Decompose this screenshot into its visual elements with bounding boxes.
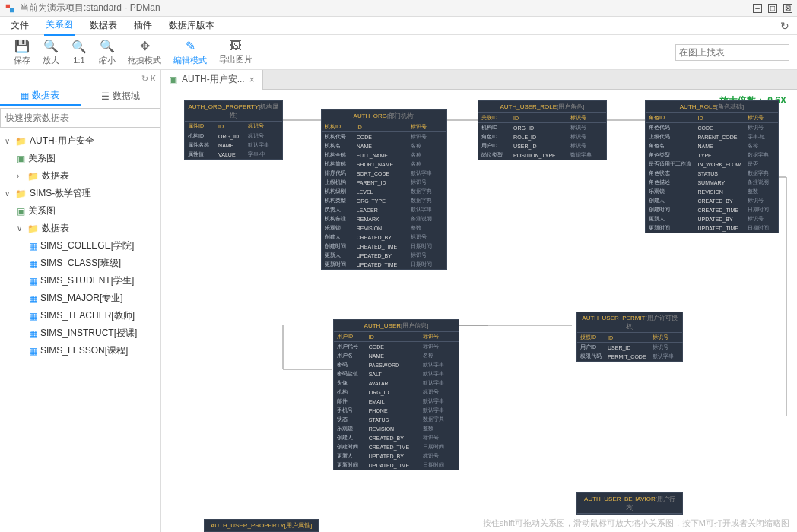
diagram-icon: ▣ [169,74,177,85]
canvas-hint: 按住shift可拖动关系图，滑动鼠标可放大缩小关系图，按下M可打开或者关闭缩略图 [483,518,789,529]
sidebar-tab-tables[interactable]: ▦数据表 [0,87,81,106]
folder-icon: 📁 [27,223,39,234]
toolbar: 💾保存 🔍放大 🔍1:1 🔍缩小 ✥拖拽模式 ✎编辑模式 🖼导出图片 [0,35,797,70]
window-title: 当前为演示项目:standard - PDMan [20,2,753,14]
diagram-icon: ▣ [17,206,25,217]
folder-icon: 📁 [27,171,39,182]
refresh-icon[interactable]: ↻ [780,20,789,32]
save-icon: 💾 [14,39,30,53]
tree-table-item[interactable]: ▦SIMS_LESSON[课程] [0,342,160,359]
zoom-in-button[interactable]: 🔍放大 [37,37,65,68]
edit-icon: ✎ [186,39,195,53]
table-icon: ▦ [29,276,37,287]
menu-dbver[interactable]: 数据库版本 [167,16,216,35]
canvas-tab-active[interactable]: ▣ AUTH-用户安... × [161,70,263,90]
tree-table-item[interactable]: ▦SIMS_TEACHER[教师] [0,307,160,325]
table-icon: ▦ [29,311,37,321]
zoom-out-button[interactable]: 🔍缩小 [93,37,122,68]
export-icon: 🖼 [230,39,242,52]
zoom-out-icon: 🔍 [100,39,115,53]
table-icon: ▦ [29,241,37,252]
folder-icon: 📁 [15,188,27,199]
tree-table-item[interactable]: ▦SIMS_CLASS[班级] [0,255,160,272]
canvas-tabs: ▣ AUTH-用户安... × [161,70,797,90]
title-bar: 当前为演示项目:standard - PDMan – □ ⊠ [0,0,797,17]
close-button[interactable]: ⊠ [783,4,792,13]
sidebar-tab-domains[interactable]: ☰数据域 [81,87,161,106]
tree-sims-diagram[interactable]: ▣关系图 [0,202,160,220]
sidebar-search-input[interactable] [0,108,160,128]
folder-icon: 📁 [15,136,27,147]
entity-auth-user-behavior[interactable]: AUTH_USER_BEHAVIOR[用户行为] [576,492,683,515]
tree-group-auth[interactable]: ∨📁AUTH-用户安全 [0,132,160,150]
save-button[interactable]: 💾保存 [8,37,37,68]
maximize-button[interactable]: □ [768,4,777,13]
menu-tables[interactable]: 数据表 [88,16,119,35]
entity-auth-user-property[interactable]: AUTH_USER_PROPERTY[用户属性] [204,519,319,532]
drag-icon: ✥ [140,39,150,53]
zoom-in-icon: 🔍 [43,39,59,53]
entity-auth-role[interactable]: AUTH_ROLE[角色基础] 角色IDID标识号角色代码CODE标识号上级代码… [645,100,779,233]
entity-auth-user[interactable]: AUTH_USER[用户信息] 用户IDID标识号用户代号CODE标识号用户名N… [333,319,459,470]
export-image-button[interactable]: 🖼导出图片 [213,37,259,67]
sidebar-top-controls[interactable]: ↻ K [0,70,160,87]
table-icon: ▦ [29,346,37,356]
app-logo-icon [5,3,15,14]
close-tab-icon[interactable]: × [249,74,255,85]
window-controls: – □ ⊠ [753,4,792,13]
entity-auth-user-role[interactable]: AUTH_USER_ROLE[用户角色] 关联IDID标识号机构IDORG_ID… [478,100,607,160]
tree-group-sims[interactable]: ∨📁SIMS-教学管理 [0,185,160,202]
menu-diagram[interactable]: 关系图 [44,15,75,36]
sidebar: ↻ K ▦数据表 ☰数据域 ∨📁AUTH-用户安全 ▣关系图 ›📁数据表 ∨📁S… [0,70,161,532]
diagram-canvas[interactable]: 放大倍数： 0.6X AUTH_ORG_PROPERTY[机构属性] 属性IDI… [161,90,797,532]
table-icon: ▦ [29,293,37,304]
tree-table-item[interactable]: ▦SIMS_COLLEGE[学院] [0,237,160,255]
tree-auth-diagram[interactable]: ▣关系图 [0,150,160,167]
tree-sims-tables[interactable]: ∨📁数据表 [0,220,160,237]
tree-table-item[interactable]: ▦SIMS_STUDENT[学生] [0,272,160,290]
tree-auth-tables[interactable]: ›📁数据表 [0,167,160,185]
tree-table-item[interactable]: ▦SIMS_MAJOR[专业] [0,290,160,307]
canvas-search [675,44,789,61]
menu-plugins[interactable]: 插件 [132,16,154,35]
grid-icon: ▦ [21,90,29,101]
entity-auth-org[interactable]: AUTH_ORG[部门机构] 机构IDID标识号机构代号CODE标识号机构名NA… [321,109,447,270]
tree-table-item[interactable]: ▦SIMS_INSTRUCT[授课] [0,325,160,342]
zoom-reset-icon: 🔍 [71,40,87,54]
table-icon: ▦ [29,328,37,339]
zoom-reset-button[interactable]: 🔍1:1 [65,38,93,66]
entity-auth-user-permit[interactable]: AUTH_USER_PERMIT[用户许可授权] 授权IDID标识号用户IDUS… [576,312,683,362]
edit-mode-button[interactable]: ✎编辑模式 [167,37,213,68]
list-icon: ☰ [101,91,110,102]
diagram-icon: ▣ [17,154,25,164]
entity-auth-org-property[interactable]: AUTH_ORG_PROPERTY[机构属性] 属性IDID标识号机构IDORG… [184,100,283,160]
canvas-area: ▣ AUTH-用户安... × 放大倍数： 0.6X AUTH_ORG_PROP… [161,70,797,532]
menu-file[interactable]: 文件 [9,16,30,35]
sidebar-tree: ∨📁AUTH-用户安全 ▣关系图 ›📁数据表 ∨📁SIMS-教学管理 ▣关系图 … [0,129,160,532]
table-icon: ▦ [29,258,37,269]
drag-mode-button[interactable]: ✥拖拽模式 [122,37,167,68]
canvas-search-input[interactable] [675,44,789,61]
menu-bar: 文件 关系图 数据表 插件 数据库版本 ↻ [0,17,797,35]
minimize-button[interactable]: – [753,4,762,13]
